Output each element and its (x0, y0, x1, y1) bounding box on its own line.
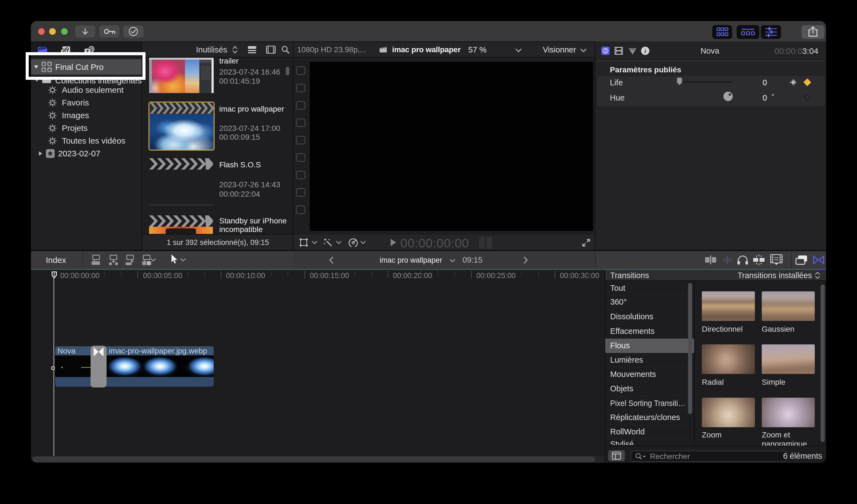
svg-text:2: 2 (604, 48, 607, 54)
svg-text:i: i (644, 48, 646, 54)
